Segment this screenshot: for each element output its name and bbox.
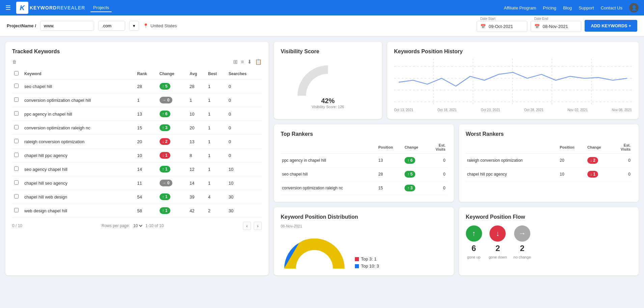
tr-col-change: Change (403, 141, 428, 154)
header: ☰ K KEYWORDREVEALER Projects Affiliate P… (0, 0, 644, 16)
wr-col-est: Est.Visits (612, 141, 632, 154)
row-checkbox[interactable] (14, 139, 19, 143)
row-checkbox[interactable] (14, 97, 19, 102)
distribution-content: Top 3: 1 Top 10: 3 (281, 232, 447, 269)
avg-cell: 28 (188, 80, 206, 93)
url-dropdown[interactable]: ▾ (129, 21, 139, 31)
flow-title: Keyword Position Flow (466, 214, 632, 220)
rank-cell: 1 (135, 93, 157, 107)
searches-cell: 30 (226, 190, 262, 204)
calendar-icon-end: 📅 (534, 24, 540, 29)
keyword-cell: chapel hill seo agency (22, 176, 135, 190)
avg-cell: 39 (188, 190, 206, 204)
user-avatar[interactable]: 👤 (629, 3, 639, 12)
prev-page-button[interactable]: ‹ (243, 222, 251, 230)
distribution-legend: Top 3: 1 Top 10: 3 (355, 256, 379, 269)
project-name-label: ProjectName / (7, 23, 36, 28)
next-page-button[interactable]: › (254, 222, 262, 230)
visibility-card: Visibility Score 42% Visibility Score: 1… (274, 42, 382, 119)
copy-icon[interactable]: 📋 (255, 59, 262, 65)
row-checkbox[interactable] (14, 180, 19, 185)
nav-pricing[interactable]: Pricing (543, 5, 556, 10)
chart-label-1: Oct 13, 2021 (394, 108, 413, 112)
hamburger-icon[interactable]: ☰ (5, 4, 11, 11)
nav-projects[interactable]: Projects (90, 4, 112, 12)
add-keywords-button[interactable]: ADD KEYWORDS + (585, 20, 637, 32)
change-cell: ↑ 1 (158, 190, 188, 204)
url-suffix-input[interactable] (98, 21, 125, 31)
worst-rankers-table: Position Change Est.Visits raleigh conve… (466, 141, 632, 181)
row-checkbox[interactable] (14, 125, 19, 129)
keyword-cell: ppc agency in chapel hill (22, 107, 135, 121)
change-cell: ↑ 1 (158, 162, 188, 176)
nav-contact[interactable]: Contact Us (601, 5, 622, 10)
rank-cell: 20 (135, 135, 157, 149)
distribution-date: 08-Nov-2021 (281, 224, 447, 228)
top-rankers-table: Position Change Est.Visits ppc agency in… (281, 141, 447, 195)
tr-change: ↑ 3 (403, 181, 428, 195)
distribution-chart (281, 235, 348, 269)
col-keyword: Keyword (22, 68, 135, 80)
row-checkbox[interactable] (14, 208, 19, 212)
row-checkbox[interactable] (14, 194, 19, 198)
wr-change: ↓ 2 (586, 154, 612, 167)
select-all-checkbox[interactable] (14, 71, 19, 75)
row-checkbox[interactable] (14, 111, 19, 116)
chart-label-6: Nov 08, 2021 (612, 108, 632, 112)
tr-change: ↑ 5 (403, 167, 428, 181)
keywords-table: Keyword Rank Change Avg Best Searches se… (12, 68, 262, 218)
searches-cell: 0 (226, 121, 262, 135)
rank-cell: 28 (135, 80, 157, 93)
tr-position: 13 (377, 154, 403, 167)
tr-col-est: Est.Visits (428, 141, 447, 154)
flow-circle-down: ↓ (489, 225, 506, 242)
rank-cell: 14 (135, 162, 157, 176)
url-prefix-input[interactable] (40, 21, 94, 31)
download-icon[interactable]: ⬇ (247, 59, 252, 65)
legend-top10: Top 10: 3 (355, 264, 379, 269)
nav-blog[interactable]: Blog (563, 5, 572, 10)
logo-area: K KEYWORDREVEALER (16, 2, 85, 14)
rankers-row: Top Rankers Position Change Est.Visits p… (274, 124, 639, 202)
logo-k: K (20, 4, 25, 12)
legend-top3-label: Top 3: 1 (361, 256, 376, 261)
nav-affiliate[interactable]: Affiliate Program (504, 5, 536, 10)
main-content: Tracked Keywords 🗑 ⊞ ≡ ⬇ 📋 Keyword Rank … (0, 36, 644, 281)
rows-per-page-label: Rows per page: (102, 223, 130, 228)
row-checkbox[interactable] (14, 153, 19, 157)
change-cell: ↓ 1 (158, 149, 188, 162)
row-checkbox[interactable] (14, 84, 19, 88)
date-end-field: Date End 📅 08-Nov-2021 (531, 20, 581, 32)
table-toolbar: 🗑 ⊞ ≡ ⬇ 📋 (12, 59, 262, 65)
change-badge: ↑ 3 (160, 124, 170, 131)
col-change: Change (158, 68, 188, 80)
change-badge: ↓ 2 (160, 138, 170, 145)
date-start-input[interactable]: 📅 09-Oct-2021 (477, 21, 527, 32)
avg-cell: 12 (188, 162, 206, 176)
wr-col-change: Change (586, 141, 612, 154)
filter-icon[interactable]: ≡ (241, 59, 244, 65)
change-badge: ↑ 5 (160, 83, 170, 90)
table-row: raleigh conversion optimization 20 ↓ 2 1… (12, 135, 262, 149)
nav-support[interactable]: Support (579, 5, 594, 10)
trash-icon[interactable]: 🗑 (12, 59, 17, 64)
rows-per-page-select[interactable]: 10 25 50 (132, 223, 143, 228)
wr-keyword: chapel hill ppc agency (466, 167, 559, 181)
date-group: Date Start 📅 09-Oct-2021 Date End 📅 08-N… (477, 20, 637, 32)
tr-col-keyword (281, 141, 377, 154)
calendar-icon-start: 📅 (480, 24, 486, 29)
tr-position: 28 (377, 167, 403, 181)
searches-cell: 10 (226, 176, 262, 190)
avg-cell: 42 (188, 204, 206, 218)
list-item: conversion optimization raleigh nc 15 ↑ … (281, 181, 447, 195)
change-cell: → 0 (158, 176, 188, 190)
columns-icon[interactable]: ⊞ (233, 59, 237, 65)
chart-label-3: Oct 23, 2021 (481, 108, 500, 112)
row-checkbox[interactable] (14, 166, 19, 171)
tr-change: ↑ 6 (403, 154, 428, 167)
table-row: chapel hill seo agency 11 → 0 14 1 10 (12, 176, 262, 190)
searches-cell: 30 (226, 204, 262, 218)
tr-keyword: ppc agency in chapel hill (281, 154, 377, 167)
flow-label-down: gone down (489, 255, 507, 259)
date-end-input[interactable]: 📅 08-Nov-2021 (531, 21, 581, 32)
